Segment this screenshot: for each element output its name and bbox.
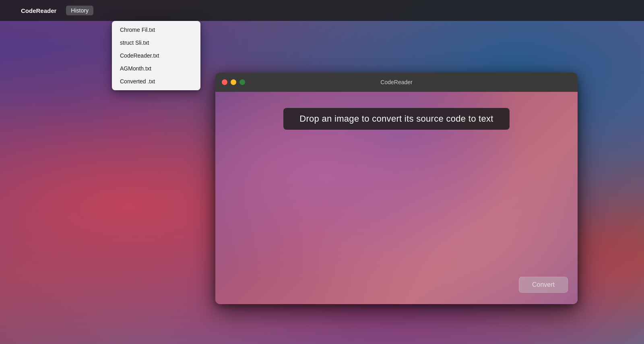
close-button[interactable]: [222, 79, 227, 85]
window-content[interactable]: Drop an image to convert its source code…: [215, 92, 578, 304]
window-titlebar: CodeReader: [215, 73, 578, 92]
minimize-button[interactable]: [231, 79, 236, 85]
history-menu-item[interactable]: History: [66, 6, 93, 15]
window-title: CodeReader: [380, 79, 412, 85]
history-dropdown: Chrome Fil.txt struct Sli.txt CodeReader…: [112, 21, 200, 90]
history-item-4[interactable]: Converted .txt: [112, 75, 200, 88]
window-controls: [222, 79, 245, 85]
maximize-button[interactable]: [239, 79, 245, 85]
app-window: CodeReader Drop an image to convert its …: [215, 73, 578, 304]
menubar: CodeReader History: [0, 0, 644, 21]
history-item-3[interactable]: AGMonth.txt: [112, 62, 200, 75]
history-item-0[interactable]: Chrome Fil.txt: [112, 23, 200, 36]
history-item-2[interactable]: CodeReader.txt: [112, 49, 200, 62]
convert-button[interactable]: Convert: [519, 277, 568, 293]
desktop: CodeReader History Chrome Fil.txt struct…: [0, 0, 644, 344]
app-name[interactable]: CodeReader: [21, 7, 56, 14]
history-item-1[interactable]: struct Sli.txt: [112, 36, 200, 49]
drop-label: Drop an image to convert its source code…: [283, 108, 510, 130]
apple-menu-icon[interactable]: [6, 6, 14, 15]
